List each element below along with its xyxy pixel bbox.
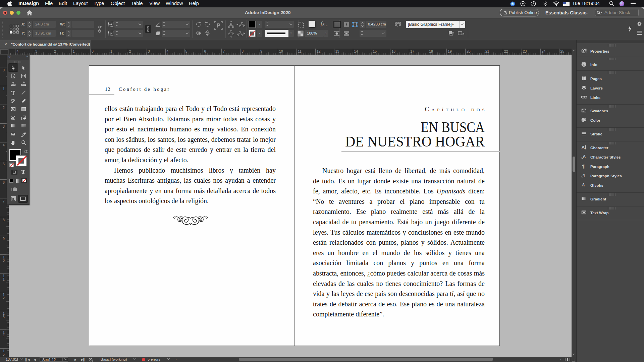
svg-text:¶: ¶ bbox=[583, 173, 585, 178]
svg-text:A: A bbox=[581, 182, 585, 187]
svg-text:A: A bbox=[582, 145, 585, 150]
svg-text:¶: ¶ bbox=[582, 164, 585, 169]
